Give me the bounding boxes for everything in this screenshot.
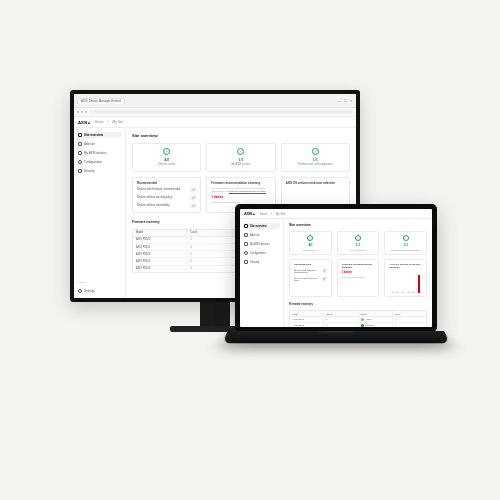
td-count: 1 <box>324 317 358 322</box>
nav-reload-icon[interactable] <box>85 111 87 113</box>
th-status[interactable]: Status <box>359 311 393 315</box>
maximize-icon[interactable]: ☐ <box>344 99 347 103</box>
table-row[interactable]: AXIS P32451Pending— <box>290 323 426 327</box>
check-icon: ✓ <box>163 148 170 155</box>
td-model: AXIS P3245 <box>290 323 324 327</box>
status-ok-icon: ✓ <box>322 276 327 282</box>
app-header: AXIS▲ Home › My Site <box>240 209 432 219</box>
app-header: AXIS▲ Home › My Site <box>74 117 356 128</box>
shield-icon <box>244 260 248 264</box>
sidebar-item-devices[interactable]: My AXIS devices <box>243 241 280 247</box>
card-valid-app[interactable]: ✓ 1/1 Products with valid application <box>281 143 350 172</box>
card-label: My AXIS servers <box>350 249 366 251</box>
th-model[interactable]: Model <box>133 230 187 236</box>
sidebar-item-overview[interactable]: Site overview <box>243 223 280 229</box>
browser-tab[interactable]: AXIS Device Manager Extend <box>77 98 125 104</box>
sidebar-item-label: Add site <box>84 142 95 146</box>
sidebar-item-settings[interactable]: Settings <box>77 288 122 294</box>
sidebar: Site overview Add site My AXIS devices C… <box>74 128 126 298</box>
sidebar-item-add-site[interactable]: Add site <box>243 232 280 238</box>
sidebar-item-label: My AXIS devices <box>84 151 107 155</box>
panel-os-trend: AXIS OS version trend over selection <box>384 259 427 297</box>
sidebar-section-admin: ADMIN <box>77 280 122 285</box>
summary-cards: ✓ All Devices online ✓ 1/1 My AXIS serve… <box>132 143 350 172</box>
panel-recommended: Recommended Devices with firmware: recom… <box>289 259 332 297</box>
alert-count: 1 device <box>342 271 375 274</box>
minimize-icon[interactable]: — <box>338 99 341 103</box>
chart-bar <box>413 291 414 293</box>
sidebar-item-security[interactable]: Security <box>243 259 280 265</box>
card-value: 1/1 <box>238 157 244 162</box>
sidebar-item-label: Site overview <box>250 225 267 228</box>
sidebar-item-label: Configuration <box>84 160 102 164</box>
card-servers[interactable]: ✓1/1My AXIS servers <box>337 231 380 255</box>
sidebar-item-label: Security <box>84 169 95 173</box>
sidebar-item-label: My AXIS devices <box>250 243 269 246</box>
fw-row-label: Devices with firmware: recommended <box>137 188 180 191</box>
sidebar-item-devices[interactable]: My AXIS devices <box>77 150 122 156</box>
alert-count: 1 device <box>211 195 270 199</box>
sidebar-item-configuration[interactable]: Configuration <box>243 250 280 256</box>
th-policy[interactable]: Policy <box>393 311 426 315</box>
panel-title: Firmware recommendation summary <box>342 263 375 269</box>
brand-logo: AXIS▲ <box>244 212 256 216</box>
link-firmware-program[interactable]: firmware recommendation program <box>229 190 266 193</box>
td-model: AXIS P3245 <box>133 258 187 264</box>
page-title: Site overview <box>132 133 350 138</box>
fw-row: Devices without vulnerability✓ <box>137 203 196 209</box>
address-bar[interactable] <box>89 110 353 114</box>
plus-icon <box>78 142 82 146</box>
status-dot-icon <box>361 324 364 327</box>
sidebar: Site overview Add site My AXIS devices C… <box>240 219 284 327</box>
grid-icon <box>78 133 82 137</box>
status-ok-icon: ✓ <box>190 203 196 209</box>
card-devices-online[interactable]: ✓AllDevices online <box>289 231 332 255</box>
th-model[interactable]: Model <box>290 311 324 315</box>
check-icon: ✓ <box>403 235 409 241</box>
window-controls: — ☐ ✕ <box>338 99 353 103</box>
th-count[interactable]: Count <box>324 311 358 315</box>
td-status: Pending <box>359 323 393 327</box>
laptop-screen-bezel: AXIS▲ Home › My Site Site overview Add s… <box>235 204 437 332</box>
nav-back-icon[interactable] <box>77 111 79 113</box>
status-ok-icon: ✓ <box>322 268 326 274</box>
fw-row-label: Devices without vulnerability <box>137 204 170 207</box>
sidebar-item-configuration[interactable]: Configuration <box>77 159 122 165</box>
td-model: AXIS P3245 <box>290 317 324 322</box>
sidebar-item-label: Configuration <box>250 252 265 255</box>
gear-icon <box>78 289 82 293</box>
panel-recommended: Recommended Devices with firmware: recom… <box>132 177 201 213</box>
chart-bar <box>408 291 409 293</box>
nav-site[interactable]: My Site <box>276 212 285 216</box>
panel-body: The organisation has devices not running… <box>211 187 270 193</box>
card-servers[interactable]: ✓ 1/1 My AXIS servers <box>206 143 275 172</box>
panel-title: AXIS OS version trend over selection <box>286 181 345 185</box>
td-model: AXIS P3245 <box>133 244 187 250</box>
sidebar-item-label: Settings <box>84 289 95 293</box>
td-policy: — <box>393 323 426 327</box>
os-trend-chart <box>389 271 422 293</box>
td-model: AXIS P3245 <box>133 251 187 257</box>
card-devices-online[interactable]: ✓ All Devices online <box>132 143 201 172</box>
nav-home[interactable]: Home <box>260 212 267 216</box>
status-ok-icon: ✓ <box>190 187 196 193</box>
close-icon[interactable]: ✕ <box>350 99 353 103</box>
nav-home[interactable]: Home <box>95 120 104 124</box>
app: AXIS▲ Home › My Site Site overview Add s… <box>240 209 432 327</box>
card-valid-app[interactable]: ✓1/1Products with valid application <box>384 231 427 255</box>
chart-bar <box>397 291 398 293</box>
check-icon: ✓ <box>312 148 319 155</box>
nav-site[interactable]: My Site <box>113 120 124 124</box>
sidebar-item-security[interactable]: Security <box>77 168 122 174</box>
gear-icon <box>78 160 82 164</box>
sidebar-item-overview[interactable]: Site overview <box>77 132 122 138</box>
chart-bar <box>392 291 393 293</box>
main-content: Site overview ✓AllDevices online ✓1/1My … <box>284 219 432 327</box>
sidebar-item-label: Security <box>250 261 259 264</box>
chevron-right-icon: › <box>271 212 272 216</box>
laptop-base <box>221 331 451 343</box>
sidebar-item-add-site[interactable]: Add site <box>77 141 122 147</box>
browser-toolbar <box>74 108 356 117</box>
page-title: Site overview <box>289 223 427 227</box>
nav-forward-icon[interactable] <box>81 111 83 113</box>
